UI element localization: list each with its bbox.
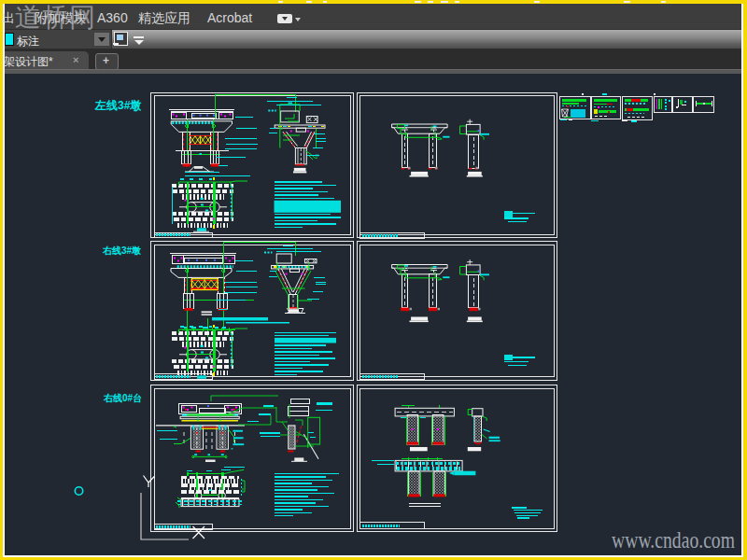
- svg-text:右线3#墩: 右线3#墩: [102, 245, 141, 256]
- svg-text:左线3#墩: 左线3#墩: [94, 99, 141, 112]
- svg-text:右线0#台: 右线0#台: [103, 393, 142, 403]
- svg-text:www.cndao.com: www.cndao.com: [612, 527, 735, 553]
